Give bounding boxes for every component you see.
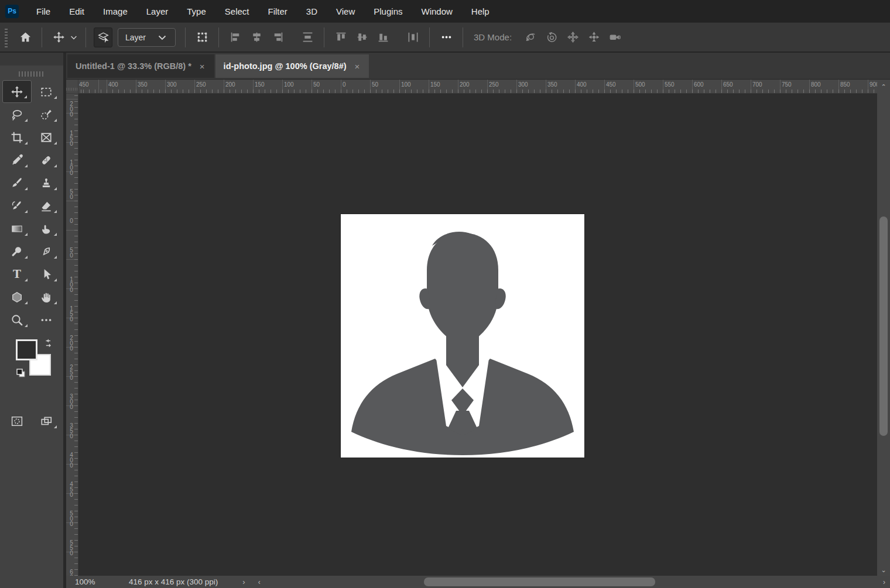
panel-drag-handle-icon[interactable] — [19, 71, 44, 77]
more-tools-tool[interactable] — [32, 308, 61, 331]
color-swatches — [0, 335, 63, 405]
align-right-icon[interactable] — [269, 28, 286, 47]
tool-flyout-icon — [54, 301, 57, 304]
menu-select[interactable]: Select — [215, 0, 259, 22]
tool-grid: T — [0, 80, 63, 331]
ruler-label: 650 — [723, 81, 733, 88]
panel-bottom-tools — [0, 410, 63, 432]
tool-flyout-icon — [54, 96, 57, 99]
scroll-right-icon[interactable]: › — [878, 576, 890, 588]
menu-3d[interactable]: 3D — [297, 0, 327, 22]
align-middle-icon[interactable] — [353, 28, 371, 47]
align-center-h-icon[interactable] — [248, 28, 265, 47]
photoshop-window: Ps FileEditImageLayerTypeSelectFilter3DV… — [0, 0, 890, 588]
canvas-image[interactable] — [341, 214, 584, 458]
close-icon[interactable]: × — [355, 61, 360, 71]
rectangular-marquee-tool[interactable] — [32, 80, 61, 103]
ruler-label: 100 — [69, 160, 74, 176]
history-brush-tool[interactable] — [2, 194, 32, 217]
menu-image[interactable]: Image — [94, 0, 137, 22]
ruler-label: 350 — [138, 81, 148, 88]
screen-mode-button[interactable] — [32, 410, 61, 432]
menu-help[interactable]: Help — [462, 0, 499, 22]
ruler-label: 0 — [69, 218, 74, 223]
menu-window[interactable]: Window — [412, 0, 461, 22]
transform-controls-icon[interactable] — [193, 28, 211, 47]
lasso-tool[interactable] — [2, 103, 32, 126]
chevron-down-icon[interactable] — [69, 28, 78, 47]
menu-view[interactable]: View — [327, 0, 364, 22]
dodge-tool[interactable] — [2, 240, 32, 263]
tool-flyout-icon — [54, 164, 57, 167]
roll-3d-icon[interactable] — [543, 28, 560, 47]
ruler-label: 50 — [372, 81, 378, 88]
align-left-icon[interactable] — [227, 28, 244, 47]
home-icon[interactable] — [16, 28, 34, 47]
brush-tool[interactable] — [2, 171, 32, 194]
scroll-down-icon[interactable]: ⌄ — [877, 564, 890, 576]
canvas-pasteboard[interactable] — [78, 94, 877, 576]
crop-tool[interactable] — [2, 126, 32, 149]
vertical-scrollbar-thumb[interactable] — [879, 216, 888, 436]
ruler-label: 250 — [69, 365, 74, 380]
ruler-label: 600 — [69, 569, 74, 576]
type-tool[interactable]: T — [2, 263, 32, 286]
eyedropper-tool[interactable] — [2, 149, 32, 171]
document-tab-2[interactable]: id-photo.jpg @ 100% (Gray/8#)× — [215, 54, 369, 78]
foreground-color-swatch[interactable] — [16, 339, 37, 360]
auto-select-layers-icon[interactable] — [94, 27, 112, 47]
menu-layer[interactable]: Layer — [137, 0, 178, 22]
menu-edit[interactable]: Edit — [60, 0, 94, 22]
pen-tool[interactable] — [32, 240, 61, 263]
path-selection-tool[interactable] — [32, 263, 61, 286]
camera-3d-icon[interactable] — [606, 28, 624, 47]
ruler-label: 50 — [69, 189, 74, 200]
tool-flyout-icon — [25, 187, 28, 190]
align-top-icon[interactable] — [332, 28, 350, 47]
orbit-3d-icon[interactable] — [522, 28, 539, 47]
distribute-v-icon[interactable] — [299, 28, 316, 47]
align-bottom-icon[interactable] — [374, 28, 392, 47]
zoom-level-field[interactable]: 100% — [75, 577, 110, 586]
status-chevron-icon[interactable]: › — [242, 577, 245, 586]
ruler-label: 300 — [69, 394, 74, 410]
swap-colors-icon[interactable] — [43, 338, 55, 352]
document-tab-1[interactable]: Untitled-1 @ 33.3% (RGB/8) *× — [67, 54, 214, 78]
menu-file[interactable]: File — [27, 0, 60, 22]
tab-title: id-photo.jpg @ 100% (Gray/8#) — [224, 61, 347, 71]
smudge-tool[interactable] — [32, 217, 61, 240]
horizontal-scrollbar-thumb[interactable] — [424, 577, 655, 586]
pan-3d-icon[interactable] — [564, 28, 581, 47]
menu-filter[interactable]: Filter — [259, 0, 297, 22]
auto-select-dropdown[interactable]: Layer — [118, 28, 176, 47]
clone-stamp-tool[interactable] — [32, 171, 61, 194]
move-tool-preset-icon[interactable] — [50, 28, 67, 47]
options-drag-handle-icon[interactable] — [5, 27, 8, 47]
eraser-tool[interactable] — [32, 194, 61, 217]
scroll-up-icon[interactable]: ⌃ — [877, 81, 890, 92]
slide-3d-icon[interactable] — [585, 28, 603, 47]
hand-tool[interactable] — [32, 286, 61, 308]
distribute-h-icon[interactable] — [404, 28, 422, 47]
tool-flyout-icon — [25, 119, 28, 122]
gradient-tool[interactable] — [2, 217, 32, 240]
quick-mask-button[interactable] — [2, 410, 32, 432]
menu-type[interactable]: Type — [177, 0, 215, 22]
horizontal-scrollbar[interactable]: ‹ › — [251, 576, 890, 588]
scroll-left-icon[interactable]: ‹ — [254, 576, 265, 588]
menu-plugins[interactable]: Plugins — [364, 0, 412, 22]
frame-tool[interactable] — [32, 126, 61, 149]
quick-selection-tool[interactable] — [32, 103, 61, 126]
spot-healing-brush-tool[interactable] — [32, 149, 61, 171]
more-options-icon[interactable] — [437, 28, 455, 47]
move-tool[interactable] — [2, 80, 32, 103]
ruler-label: 500 — [69, 511, 74, 527]
tool-flyout-icon — [54, 233, 57, 236]
shape-tool[interactable] — [2, 286, 32, 308]
tool-flyout-icon — [54, 278, 57, 281]
auto-select-value: Layer — [125, 33, 146, 42]
vertical-scrollbar[interactable]: ⌃ ⌄ — [877, 80, 890, 576]
default-colors-icon[interactable] — [15, 367, 27, 381]
zoom-tool[interactable] — [2, 308, 32, 331]
close-icon[interactable]: × — [200, 61, 205, 71]
